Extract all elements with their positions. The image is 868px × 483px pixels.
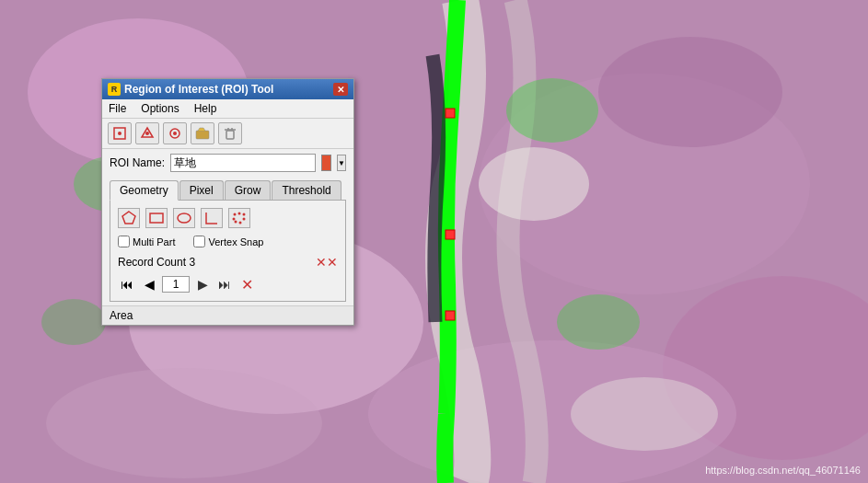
toolbar-roi3-button[interactable] [163, 122, 187, 144]
tab-content-geometry: Multi Part Vertex Snap Record Count 3 ✕✕… [110, 200, 346, 302]
shape-freehand-button[interactable] [228, 208, 250, 228]
menu-bar: File Options Help [102, 99, 353, 119]
svg-point-32 [238, 213, 241, 215]
status-bar: Area [102, 305, 353, 325]
roi-name-row: ROI Name: ▼ [102, 149, 353, 177]
vertex-snap-checkbox[interactable] [193, 236, 205, 247]
nav-first-button[interactable]: ⏮ [118, 275, 136, 293]
shape-ellipse-button[interactable] [173, 208, 195, 228]
checkbox-row: Multi Part Vertex Snap [118, 236, 338, 247]
record-count-text: Record Count 3 [118, 256, 195, 269]
roi-icon: R [108, 83, 121, 96]
tab-bar: Geometry Pixel Grow Threshold [102, 177, 353, 200]
tab-geometry[interactable]: Geometry [110, 180, 179, 201]
shape-corner-button[interactable] [201, 208, 223, 228]
svg-point-35 [239, 222, 242, 224]
multi-part-label[interactable]: Multi Part [118, 236, 175, 247]
svg-point-36 [235, 221, 237, 224]
roi-color-button[interactable] [321, 155, 331, 171]
svg-rect-14 [446, 109, 455, 118]
svg-point-20 [145, 132, 149, 135]
svg-point-8 [598, 37, 782, 147]
tab-grow[interactable]: Grow [225, 180, 272, 200]
menu-file[interactable]: File [106, 101, 129, 116]
nav-row: ⏮ ◀ ▶ ⏭ ✕ [118, 275, 338, 293]
roi-dropdown-button[interactable]: ▼ [337, 155, 346, 171]
shape-rectangle-button[interactable] [145, 208, 168, 228]
toolbar-roi2-button[interactable] [135, 122, 159, 144]
nav-record-input[interactable] [162, 276, 190, 293]
menu-options[interactable]: Options [138, 101, 181, 116]
svg-point-22 [173, 132, 177, 135]
title-bar-left: R Region of Interest (ROI) Tool [108, 83, 273, 96]
svg-rect-24 [226, 131, 234, 139]
shape-polygon-button[interactable] [118, 208, 140, 228]
svg-point-10 [506, 78, 598, 143]
svg-point-31 [234, 213, 237, 216]
nav-next-button[interactable]: ▶ [193, 275, 212, 293]
toolbar-delete-button[interactable] [218, 122, 242, 144]
watermark: https://blog.csdn.net/qq_46071146 [705, 465, 861, 476]
roi-name-input[interactable] [170, 154, 316, 172]
svg-point-37 [233, 218, 236, 221]
svg-rect-23 [196, 131, 209, 139]
title-bar: R Region of Interest (ROI) Tool ✕ [102, 79, 353, 99]
menu-help[interactable]: Help [191, 101, 220, 116]
svg-point-12 [479, 147, 589, 221]
svg-point-33 [243, 213, 246, 216]
svg-rect-16 [446, 311, 455, 320]
close-button[interactable]: ✕ [333, 83, 348, 96]
record-count-row: Record Count 3 ✕✕ [118, 255, 338, 270]
svg-point-11 [557, 294, 640, 350]
expand-icon[interactable]: ✕✕ [316, 255, 338, 270]
toolbar [102, 119, 353, 149]
tab-pixel[interactable]: Pixel [179, 180, 224, 200]
window-title: Region of Interest (ROI) Tool [124, 83, 273, 96]
toolbar-roi1-button[interactable] [108, 122, 132, 144]
svg-point-34 [243, 218, 246, 221]
shape-tools [118, 208, 338, 228]
roi-name-label: ROI Name: [110, 156, 165, 169]
svg-point-13 [571, 377, 718, 451]
nav-delete-button[interactable]: ✕ [237, 275, 256, 293]
svg-rect-15 [446, 230, 455, 239]
svg-rect-29 [150, 213, 163, 223]
dialog-window: R Region of Interest (ROI) Tool ✕ File O… [101, 78, 354, 326]
nav-prev-button[interactable]: ◀ [140, 275, 158, 293]
svg-point-7 [41, 299, 106, 345]
tab-threshold[interactable]: Threshold [272, 180, 341, 200]
toolbar-open-button[interactable] [191, 122, 214, 144]
vertex-snap-label[interactable]: Vertex Snap [193, 236, 263, 247]
nav-last-button[interactable]: ⏭ [215, 275, 234, 293]
svg-point-18 [118, 132, 122, 135]
multi-part-checkbox[interactable] [118, 236, 130, 247]
svg-marker-28 [122, 212, 135, 224]
svg-point-9 [46, 368, 322, 478]
svg-point-30 [178, 213, 191, 223]
